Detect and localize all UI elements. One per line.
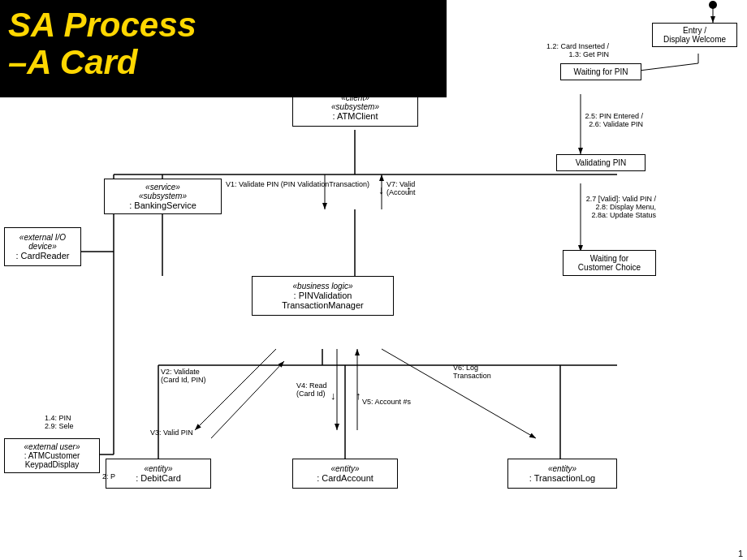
- card-reader-s1: «external I/O: [13, 233, 72, 242]
- pin-validation-s1: «business logic»: [261, 282, 385, 291]
- card-reader-name: : CardReader: [13, 251, 72, 261]
- card-account-name: : CardAccount: [301, 473, 389, 483]
- arrow-v5-up: ↑: [356, 390, 361, 402]
- arrow-v4-down: ↓: [330, 390, 336, 402]
- label-pin-14: 1.4: PIN2.9: Sele: [45, 414, 74, 430]
- label-v3: V3: Valid PIN: [150, 429, 193, 437]
- state-validating-pin: Validating PIN: [556, 154, 646, 171]
- transaction-log-name: : TransactionLog: [516, 473, 608, 483]
- banking-service-s1: «service»: [111, 183, 214, 192]
- arrow-v1-down: ↓: [378, 183, 384, 196]
- box-debit-card: «entity» : DebitCard: [106, 459, 211, 489]
- page-title: SA Process –A Card: [8, 6, 196, 81]
- debit-card-name: : DebitCard: [114, 473, 202, 483]
- banking-service-name: : BankingService: [111, 200, 214, 210]
- label-p2: 2: P: [102, 472, 115, 480]
- state-display-welcome-label: Entry /Display Welcome: [657, 26, 732, 44]
- box-pin-validation: «business logic» : PINValidationTransact…: [252, 276, 394, 316]
- atm-client-stereotype2: «subsystem»: [301, 102, 409, 111]
- box-transaction-log: «entity» : TransactionLog: [507, 459, 617, 489]
- atm-client-name: : ATMClient: [301, 111, 409, 121]
- label-valid-pin: 2.7 [Valid]: Valid PIN /2.8: Display Men…: [530, 195, 656, 219]
- box-card-account: «entity» : CardAccount: [292, 459, 398, 489]
- transaction-log-s1: «entity»: [516, 464, 608, 473]
- arrow-v7-up: ↑: [406, 183, 412, 196]
- label-v6: V6: LogTransaction: [453, 364, 491, 380]
- debit-card-s1: «entity»: [114, 464, 202, 473]
- pin-validation-name: : PINValidationTransactionManager: [261, 291, 385, 310]
- state-waiting-pin: Waiting for PIN: [560, 63, 641, 80]
- box-atm-customer: «external user» : ATMCustomerKeypadDispl…: [4, 438, 100, 473]
- banking-service-s2: «subsystem»: [111, 192, 214, 200]
- box-banking-service: «service» «subsystem» : BankingService: [104, 179, 222, 214]
- card-reader-s2: device»: [13, 242, 72, 251]
- state-waiting-choice: Waiting forCustomer Choice: [563, 250, 656, 276]
- svg-line-23: [382, 349, 536, 438]
- label-v1: V1: Validate PIN (PIN ValidationTransact…: [226, 180, 369, 188]
- atm-customer-name: : ATMCustomerKeypadDisplay: [10, 451, 94, 469]
- box-card-reader: «external I/O device» : CardReader: [4, 227, 81, 266]
- card-account-s1: «entity»: [301, 464, 389, 473]
- label-v5: V5: Account #s: [362, 398, 411, 406]
- label-v2: V2: Validate(Card Id, PIN): [161, 368, 206, 384]
- page-number: 1: [738, 549, 743, 558]
- svg-line-19: [195, 349, 276, 430]
- svg-point-27: [709, 1, 717, 9]
- label-pin-entered: 2.5: PIN Entered /2.6: Validate PIN: [538, 112, 643, 128]
- state-display-welcome: Entry /Display Welcome: [652, 23, 737, 47]
- label-card-inserted: 1.2: Card Inserted /1.3: Get PIN: [512, 42, 609, 58]
- atm-customer-s1: «external user»: [10, 442, 94, 451]
- svg-line-20: [211, 361, 284, 438]
- label-v4: V4: Read(Card Id): [296, 381, 327, 398]
